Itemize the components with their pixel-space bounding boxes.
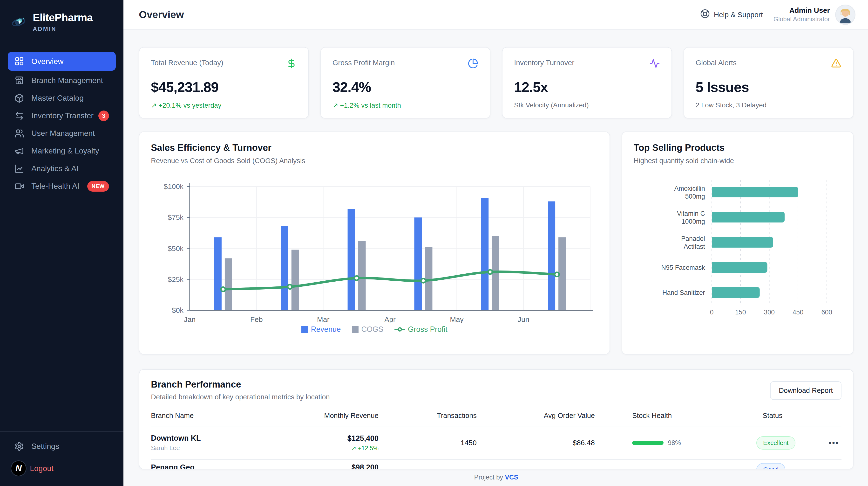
kpi-row: Total Revenue (Today) $45,231.89 ↗ +20.1… [139,47,854,118]
avg-order-value: $86.48 [477,439,595,447]
sidebar-item-marketing-loyalty[interactable]: Marketing & Loyalty [8,142,116,160]
n-logo-icon: N [10,460,27,476]
cogs-swatch [352,326,359,333]
status-badge: Excellent [756,436,796,450]
stock-health-bar [632,440,663,445]
activity-icon [649,58,660,69]
column-header: Stock Health [595,412,749,420]
store-icon [14,76,24,85]
svg-text:0: 0 [710,309,713,316]
table-header-row: Branch Name Monthly Revenue Transactions… [151,412,841,426]
svg-text:Actifast: Actifast [684,243,705,250]
footer-text: Project by [474,474,505,481]
sidebar-item-label: Master Catalog [31,94,109,103]
package-icon [14,93,24,103]
gross-profit-swatch [395,326,405,333]
monthly-revenue: $98,200 [292,463,378,469]
row-menu-button[interactable]: ••• [829,438,841,448]
brand: ElitePharma ADMIN [0,0,123,44]
column-header: Transactions [378,412,477,420]
svg-text:Apr: Apr [384,315,396,323]
topbar: Overview Help & Support Admin User Globa… [123,0,868,30]
sales-efficiency-chart-card: Sales Efficiency & Turnover Revenue vs C… [139,132,610,354]
legend-item-gross-profit: Gross Profit [395,325,447,334]
sidebar-item-label: Overview [31,57,109,66]
sidebar-item-settings[interactable]: Settings [8,437,116,455]
sidebar-item-user-management[interactable]: User Management [8,124,116,142]
sidebar-item-analytics-ai[interactable]: Analytics & AI [8,160,116,177]
sidebar-item-label: Tele-Health AI [31,182,87,191]
branch-name: Penang Geo [151,463,292,469]
gear-icon [14,441,24,451]
sidebar-item-master-catalog[interactable]: Master Catalog [8,89,116,107]
chart-subtitle: Highest quantity sold chain-wide [633,157,853,165]
svg-text:$75k: $75k [168,213,184,221]
sidebar-item-label: User Management [31,129,109,138]
section-title: Branch Performance [151,379,330,390]
kpi-delta: ↗ +1.2% vs last month [333,102,478,109]
column-header: Avg Order Value [477,412,595,420]
new-badge: NEW [87,181,109,192]
svg-text:$0k: $0k [172,306,184,314]
stock-health-pct: 98% [668,439,681,447]
sales-efficiency-chart: $0k$25k$50k$75k$100kJanFebMarAprMayJun [140,132,611,355]
kpi-card-global-alerts: Global Alerts 5 Issues 2 Low Stock, 3 De… [684,47,854,118]
sidebar-item-overview[interactable]: Overview [8,52,116,71]
kpi-card-gross-profit-margin: Gross Profit Margin 32.4% ↗ +1.2% vs las… [320,47,490,118]
legend-label: Gross Profit [408,325,447,334]
sidebar-item-inventory-transfer[interactable]: Inventory Transfer 3 [8,107,116,124]
sidebar-item-label: Marketing & Loyalty [31,146,109,155]
kpi-delta: Stk Velocity (Annualized) [514,102,660,109]
revenue-delta: ↗ +12.5% [292,445,378,452]
transactions [378,460,477,469]
svg-text:500mg: 500mg [685,193,705,200]
svg-text:Panadol: Panadol [681,235,705,242]
help-support-label: Help & Support [714,10,763,19]
kpi-card-total-revenue: Total Revenue (Today) $45,231.89 ↗ +20.1… [139,47,309,118]
footer: Project by VCS [139,474,854,481]
chart-subtitle: Revenue vs Cost of Goods Sold (COGS) Ana… [151,157,610,165]
revenue-swatch [301,326,308,333]
pill-logo-icon [10,13,28,31]
alert-triangle-icon [831,58,841,69]
svg-text:600: 600 [821,309,832,316]
brand-name: ElitePharma [33,11,93,24]
svg-text:1000mg: 1000mg [681,218,705,225]
logout-button[interactable]: N Logout [8,460,116,476]
section-subtitle: Detailed breakdown of key operational me… [151,393,330,401]
kpi-delta: 2 Low Stock, 3 Delayed [695,102,841,109]
svg-text:Amoxicillin: Amoxicillin [674,185,705,192]
legend-label: Revenue [311,325,341,334]
top-products-chart: 0150300450600Amoxicillin500mgVitamin C10… [622,132,853,355]
user-name: Admin User [774,6,830,15]
charts-row: Sales Efficiency & Turnover Revenue vs C… [139,132,854,354]
sidebar-item-label: Settings [31,442,109,451]
svg-text:450: 450 [793,309,803,316]
chart-title: Sales Efficiency & Turnover [151,143,610,153]
megaphone-icon [14,146,24,156]
kpi-value: 5 Issues [695,79,841,95]
monthly-revenue: $125,400 [292,434,378,443]
video-icon [14,181,24,191]
svg-text:N95 Facemask: N95 Facemask [661,264,705,271]
user-role: Global Administrator [774,16,830,23]
sidebar-item-branch-management[interactable]: Branch Management [8,72,116,89]
sidebar-item-label: Branch Management [31,76,109,85]
page-title: Overview [139,9,184,21]
column-header: Status [749,412,829,420]
svg-text:Feb: Feb [250,315,263,323]
row-menu-button[interactable] [829,460,841,469]
sidebar-item-tele-health-ai[interactable]: Tele-Health AI NEW [8,177,116,195]
legend-label: COGS [362,325,383,334]
dashboard-content: Total Revenue (Today) $45,231.89 ↗ +20.1… [123,30,868,486]
help-support-button[interactable]: Help & Support [700,9,763,20]
kpi-delta: ↗ +20.1% vs yesterday [151,102,297,109]
vcs-link[interactable]: VCS [505,474,518,481]
svg-text:Jun: Jun [518,315,529,323]
avatar[interactable] [835,5,856,25]
pie-chart-icon [468,58,478,69]
sidebar-footer: Settings N Logout [0,431,123,486]
download-report-button[interactable]: Download Report [770,381,841,400]
app-root: ElitePharma ADMIN Overview Branch Manage… [0,0,868,486]
user-menu[interactable]: Admin User Global Administrator [774,5,856,25]
